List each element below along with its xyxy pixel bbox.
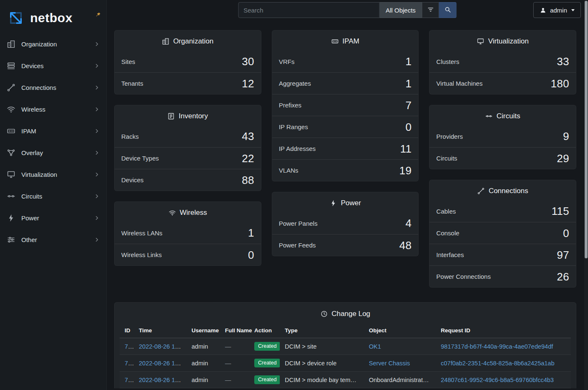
change-full-name: — [225, 377, 231, 383]
request-id-link[interactable]: 9817317d-b67f-440a-99ca-4ae07ede94df [441, 343, 553, 350]
change-id-link[interactable]: 754 [125, 360, 134, 367]
stat-row-cables[interactable]: Cables 115 [429, 200, 576, 222]
stat-row-aggregates[interactable]: Aggregates 1 [272, 72, 419, 94]
stat-row-clusters[interactable]: Clusters 33 [429, 51, 576, 72]
stat-label: Device Types [121, 155, 159, 162]
stat-label: Racks [121, 133, 139, 140]
change-object-link[interactable]: OK1 [369, 343, 381, 350]
stat-row-virtual-machines[interactable]: Virtual Machines 180 [429, 72, 576, 94]
sidebar-item-label: Devices [21, 62, 43, 69]
sidebar-item-devices[interactable]: Devices [0, 55, 106, 76]
col-header-action: Action [249, 323, 280, 338]
card-connections: Connections Cables 115 Console 0 Interfa… [429, 180, 576, 288]
stat-row-interfaces[interactable]: Interfaces 97 [429, 244, 576, 265]
stat-label: Power Feeds [279, 242, 316, 249]
card-title-label: Connections [488, 187, 528, 195]
change-type: DCIM > site [285, 343, 317, 350]
sidebar-item-other[interactable]: Other [0, 229, 106, 250]
card-title: Power [272, 192, 419, 212]
sidebar-item-connections[interactable]: Connections [0, 76, 106, 98]
stat-row-tenants[interactable]: Tenants 12 [115, 72, 261, 94]
stat-label: Prefixes [279, 102, 302, 109]
stat-row-providers[interactable]: Providers 9 [429, 125, 576, 147]
stat-row-power-panels[interactable]: Power Panels 4 [272, 212, 419, 234]
change-full-name: — [225, 360, 231, 367]
change-id-link[interactable]: 753 [125, 377, 134, 383]
sidebar-item-ipam[interactable]: IPAM [0, 120, 106, 142]
change-time-link[interactable]: 2022-08-26 14:22 [139, 343, 187, 350]
card-title-label: Power [341, 199, 361, 207]
page-scrollbar[interactable] [584, 0, 588, 390]
stat-row-circuits[interactable]: Circuits 29 [429, 147, 576, 169]
filter-button[interactable] [422, 2, 439, 18]
request-id-link[interactable]: c07f0ab2-2351-4c58-825a-8b6a2425a1ab [441, 360, 555, 367]
chevron-right-icon [94, 237, 100, 242]
change-id-link[interactable]: 755 [125, 343, 134, 350]
brand-home-link[interactable]: netbox [0, 0, 106, 33]
change-object-link[interactable]: Server Chassis [369, 360, 410, 367]
stat-label: Cables [436, 208, 456, 215]
sidebar-item-virtualization[interactable]: Virtualization [0, 163, 106, 185]
col-header-object: Object [364, 323, 436, 338]
card-title: Connections [429, 180, 576, 200]
card-title-label: IPAM [343, 37, 359, 46]
stat-row-power-connections[interactable]: Power Connections 26 [429, 265, 576, 287]
stat-row-racks[interactable]: Racks 43 [115, 125, 261, 147]
stat-row-ip-ranges[interactable]: IP Ranges 0 [272, 116, 419, 138]
changelog-title-label: Change Log [332, 310, 371, 318]
stat-value: 9 [563, 131, 569, 142]
main-area: All Objects admin [107, 0, 588, 390]
transit-icon [485, 112, 493, 120]
sidebar-item-wireless[interactable]: Wireless [0, 98, 106, 120]
col-header-request-id: Request ID [436, 323, 571, 338]
sidebar-item-label: Organization [21, 41, 57, 48]
sidebar-item-organization[interactable]: Organization [0, 33, 106, 55]
search-input[interactable] [238, 2, 379, 18]
change-time-link[interactable]: 2022-08-26 14:17 [139, 360, 187, 367]
stat-value: 26 [557, 271, 569, 282]
changelog-table: ID Time Username Full Name Action Type O… [120, 323, 571, 388]
stat-row-devices[interactable]: Devices 88 [115, 169, 261, 191]
stat-value: 33 [557, 56, 569, 67]
caret-down-icon [571, 9, 575, 11]
user-menu-button[interactable]: admin [533, 2, 581, 18]
stat-row-vlans[interactable]: VLANs 19 [272, 159, 419, 181]
object-type-dropdown[interactable]: All Objects [379, 2, 422, 18]
sliders-icon [7, 235, 15, 244]
sidebar-item-power[interactable]: Power [0, 207, 106, 229]
stat-row-prefixes[interactable]: Prefixes 7 [272, 94, 419, 116]
stat-value: 19 [399, 165, 412, 176]
stat-value: 1 [406, 56, 412, 67]
stat-label: Circuits [436, 155, 457, 162]
sidebar-item-overlay[interactable]: Overlay [0, 142, 106, 163]
search-submit-button[interactable] [439, 2, 457, 18]
sidebar-item-circuits[interactable]: Circuits [0, 185, 106, 207]
stat-row-wireless-links[interactable]: Wireless Links 0 [115, 244, 261, 265]
stat-row-sites[interactable]: Sites 30 [115, 51, 261, 72]
col-header-id: ID [120, 323, 134, 338]
cable-icon [7, 83, 15, 92]
stat-row-console[interactable]: Console 0 [429, 222, 576, 244]
pin-icon[interactable] [95, 12, 101, 18]
scrollbar-thumb[interactable] [585, 1, 588, 258]
stat-row-power-feeds[interactable]: Power Feeds 48 [272, 234, 419, 256]
table-header-row: ID Time Username Full Name Action Type O… [120, 323, 571, 338]
wifi-icon [169, 209, 176, 217]
stat-row-ip-addresses[interactable]: IP Addresses 11 [272, 138, 419, 159]
card-title-label: Wireless [180, 209, 207, 217]
change-time-link[interactable]: 2022-08-26 14:15 [139, 377, 187, 383]
stat-value: 0 [406, 122, 412, 133]
col-header-time: Time [134, 323, 187, 338]
request-id-link[interactable]: 24807c61-9952-49c6-b8a5-69760bfcc4b3 [441, 377, 554, 383]
stat-value: 11 [400, 143, 412, 154]
stat-label: Interfaces [436, 251, 464, 258]
history-icon [320, 310, 328, 318]
stat-row-wireless-lans[interactable]: Wireless LANs 1 [115, 222, 261, 244]
chevron-right-icon [94, 107, 100, 112]
stat-row-vrfs[interactable]: VRFs 1 [272, 51, 419, 72]
chevron-right-icon [94, 172, 100, 177]
stat-row-device-types[interactable]: Device Types 22 [115, 147, 261, 169]
change-object: OnboardAdministrator-2 [369, 377, 434, 383]
stat-value: 48 [399, 240, 412, 251]
col-header-full-name: Full Name [220, 323, 249, 338]
